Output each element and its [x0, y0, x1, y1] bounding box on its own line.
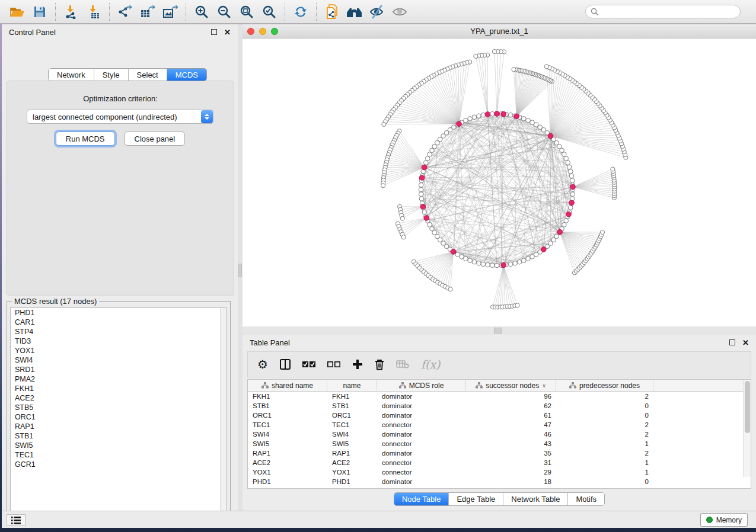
splitter-grip[interactable] — [494, 328, 502, 334]
table-cell[interactable]: YOX1 — [327, 467, 377, 477]
table-cell[interactable]: 2 — [556, 448, 653, 458]
network-node[interactable] — [422, 210, 427, 214]
mcds-result-item[interactable]: ORC1 — [11, 412, 227, 422]
network-node[interactable] — [424, 161, 429, 165]
network-node[interactable] — [400, 216, 404, 220]
table-row[interactable]: SWI4SWI4dominator462 — [248, 430, 751, 439]
table-cell[interactable]: 96 — [466, 392, 556, 401]
mcds-hub-node[interactable] — [451, 249, 456, 255]
network-node[interactable] — [569, 174, 574, 178]
network-node[interactable] — [419, 187, 423, 192]
table-row[interactable]: TEC1TEC1connector472 — [248, 420, 751, 430]
network-node[interactable] — [522, 117, 527, 121]
mcds-hub-node[interactable] — [457, 121, 462, 127]
close-panel-icon[interactable]: ✕ — [742, 339, 749, 347]
network-node[interactable] — [544, 65, 548, 69]
mcds-hub-node[interactable] — [557, 229, 563, 235]
close-panel-icon[interactable]: ✕ — [224, 28, 231, 36]
table-cell[interactable]: SWI4 — [327, 430, 377, 439]
network-node[interactable] — [564, 219, 569, 223]
vertical-splitter[interactable] — [238, 24, 243, 511]
column-mcds-role[interactable]: MCDS role — [377, 380, 466, 391]
network-node[interactable] — [468, 258, 473, 263]
mcds-result-item[interactable]: RAP1 — [11, 422, 227, 431]
zoom-selected-icon[interactable] — [258, 2, 280, 22]
show-all-icon[interactable] — [388, 2, 411, 22]
task-history-button[interactable] — [7, 514, 25, 526]
mcds-hub-node[interactable] — [514, 114, 519, 119]
network-canvas[interactable] — [243, 39, 756, 326]
mcds-hub-node[interactable] — [495, 111, 500, 117]
mcds-result-item[interactable]: STB5 — [11, 403, 227, 412]
mcds-hub-node[interactable] — [419, 175, 425, 181]
network-from-selection-icon[interactable] — [321, 2, 343, 22]
table-row[interactable]: STB1STB1dominator620 — [248, 401, 751, 411]
network-node[interactable] — [570, 178, 575, 183]
select-all-icon[interactable] — [302, 361, 315, 368]
mcds-hub-node[interactable] — [541, 247, 547, 252]
network-node[interactable] — [472, 259, 477, 264]
network-node[interactable] — [508, 113, 513, 117]
table-cell[interactable]: RAP1 — [248, 448, 327, 458]
table-cell[interactable]: SWI5 — [248, 439, 327, 448]
network-node[interactable] — [419, 197, 424, 201]
mcds-result-item[interactable]: SRD1 — [11, 365, 227, 374]
table-cell[interactable]: 62 — [466, 401, 556, 411]
network-node[interactable] — [419, 182, 423, 187]
deselect-all-icon[interactable] — [327, 361, 340, 368]
table-cell[interactable]: 1 — [556, 458, 653, 467]
table-cell[interactable]: connector — [377, 420, 466, 430]
table-row[interactable]: FKH1FKH1dominator962 — [248, 392, 751, 401]
table-cell[interactable]: SWI5 — [327, 439, 377, 448]
mcds-hub-node[interactable] — [566, 211, 572, 217]
mcds-hub-node[interactable] — [485, 112, 490, 117]
table-scrollbar[interactable] — [743, 380, 751, 477]
mcds-result-item[interactable]: TID3 — [11, 336, 227, 346]
network-node[interactable] — [486, 262, 490, 267]
table-cell[interactable]: connector — [377, 439, 466, 448]
network-node[interactable] — [567, 165, 572, 169]
table-cell[interactable]: ORC1 — [327, 411, 377, 420]
tab-edge-table[interactable]: Edge Table — [449, 493, 503, 505]
network-graph[interactable] — [243, 39, 756, 326]
network-titlebar[interactable]: YPA_prune.txt_1 — [243, 24, 756, 39]
network-node[interactable] — [611, 167, 615, 171]
network-node[interactable] — [477, 114, 481, 118]
network-node[interactable] — [472, 115, 477, 120]
network-node[interactable] — [568, 169, 573, 174]
memory-button[interactable]: Memory — [700, 513, 748, 527]
column-predecessor-nodes[interactable]: predecessor nodes — [556, 380, 653, 391]
table-cell[interactable]: dominator — [377, 401, 466, 411]
tab-style[interactable]: Style — [94, 69, 129, 81]
table-cell[interactable]: 2 — [556, 430, 653, 439]
network-node[interactable] — [566, 161, 570, 165]
table-cell[interactable]: connector — [377, 458, 466, 467]
network-node[interactable] — [526, 257, 531, 261]
mcds-result-item[interactable]: FKH1 — [11, 384, 227, 393]
close-panel-button[interactable]: Close panel — [125, 132, 186, 146]
network-node[interactable] — [508, 262, 513, 267]
show-columns-icon[interactable] — [280, 359, 291, 370]
mcds-hub-node[interactable] — [501, 262, 506, 268]
table-cell[interactable]: 2 — [556, 420, 653, 430]
table-cell[interactable]: dominator — [377, 411, 466, 420]
mcds-hub-node[interactable] — [569, 200, 575, 206]
table-cell[interactable]: FKH1 — [248, 392, 327, 401]
network-node[interactable] — [477, 261, 481, 265]
table-cell[interactable]: 0 — [556, 401, 653, 411]
column-name[interactable]: name — [327, 380, 377, 391]
table-cell[interactable]: 1 — [556, 467, 653, 477]
table-row[interactable]: RAP1RAP1dominator352 — [248, 448, 751, 458]
search-box[interactable] — [585, 5, 741, 18]
table-cell[interactable]: PHD1 — [248, 477, 327, 486]
column-successor-nodes[interactable]: successor nodes ∨ — [466, 380, 556, 391]
table-cell[interactable]: TEC1 — [327, 420, 377, 430]
table-cell[interactable]: 1 — [556, 439, 653, 448]
apply-layout-icon[interactable] — [289, 2, 312, 22]
network-node[interactable] — [428, 152, 432, 157]
import-table-icon[interactable] — [82, 2, 105, 22]
network-node[interactable] — [564, 156, 569, 161]
mcds-result-item[interactable]: YOX1 — [11, 346, 227, 355]
table-cell[interactable]: dominator — [377, 392, 466, 401]
network-node[interactable] — [522, 258, 527, 263]
